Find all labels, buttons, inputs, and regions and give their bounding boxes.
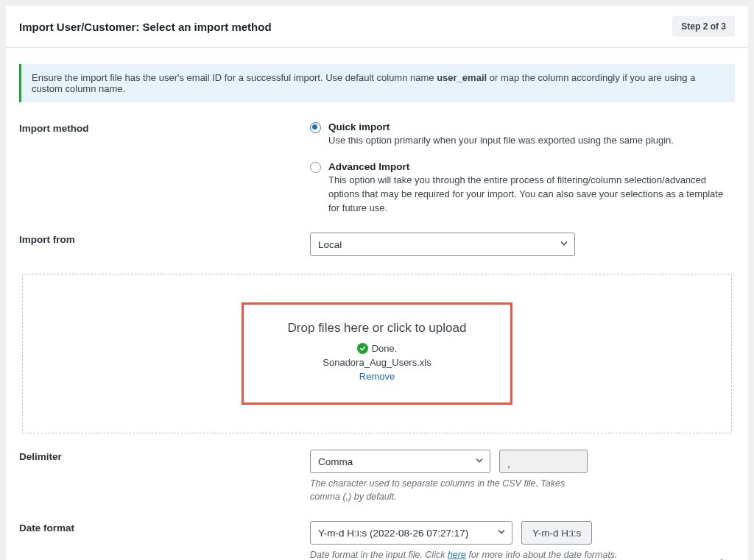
dropzone-area[interactable]: Drop files here or click to upload Done.… [22,274,732,433]
import-from-row: Import from Local [19,233,735,256]
dropzone-done-row: Done. [288,343,467,354]
import-from-select[interactable]: Local [310,233,575,256]
date-help-link[interactable]: here [448,550,466,560]
chevron-down-icon [560,239,568,250]
step-badge: Step 2 of 3 [672,16,735,37]
quick-title: Quick import [328,121,674,132]
advanced-import-option[interactable]: Advanced Import This option will take yo… [310,161,735,216]
date-format-code: Y-m-d H:i:s [532,528,581,539]
import-from-value: Local [318,239,342,250]
date-format-select[interactable]: Y-m-d H:i:s (2022-08-26 07:27:17) [310,521,512,545]
date-format-code-button[interactable]: Y-m-d H:i:s [521,521,592,545]
date-format-value: Y-m-d H:i:s (2022-08-26 07:27:17) [318,528,468,539]
radio-advanced[interactable] [310,162,321,173]
notice-text-before: Ensure the import file has the user's em… [32,72,437,83]
delimiter-row: Delimiter Comma , The character used to … [19,450,735,503]
date-help-before: Date format in the input file. Click [310,550,448,560]
dropzone-filename: Sonadora_Aug_Users.xls [288,357,467,368]
chevron-down-icon [475,456,484,467]
quick-text: Quick import Use this option primarily w… [328,121,674,148]
date-format-label: Date format [19,521,310,534]
import-page: Import User/Customer: Select an import m… [6,6,748,560]
radio-wrap [310,121,321,135]
import-method-label: Import method [19,121,310,134]
import-from-label: Import from [19,233,310,245]
import-method-options: Quick import Use this option primarily w… [310,121,735,215]
delimiter-help: The character used to separate columns i… [310,478,590,503]
info-notice: Ensure the import file has the user's em… [19,64,735,102]
delimiter-label: Delimiter [19,450,310,462]
radio-wrap [310,161,321,175]
delimiter-input[interactable]: , [499,450,588,473]
advanced-title: Advanced Import [328,161,735,172]
date-help-after: for more info about the date formats. [468,550,617,560]
dropzone-highlight: Drop files here or click to upload Done.… [242,302,513,405]
dropzone-remove-link[interactable]: Remove [288,371,467,382]
check-icon [357,343,368,354]
notice-bold: user_email [437,72,487,83]
chevron-down-icon [497,528,506,539]
date-format-row: Date format Y-m-d H:i:s (2022-08-26 07:2… [19,521,735,560]
dropzone-heading: Drop files here or click to upload [288,321,467,336]
dropzone-done-text: Done. [372,343,398,354]
delimiter-value: Comma [318,456,353,467]
quick-import-option[interactable]: Quick import Use this option primarily w… [310,121,735,148]
content: Ensure the import file has the user's em… [6,48,748,560]
date-format-help: Date format in the input file. Click her… [310,549,735,560]
advanced-desc: This option will take you through the en… [328,174,735,216]
page-title: Import User/Customer: Select an import m… [19,21,272,33]
radio-quick-checked[interactable] [310,122,321,133]
delimiter-char: , [507,458,510,469]
page-header: Import User/Customer: Select an import m… [6,6,748,48]
advanced-text: Advanced Import This option will take yo… [328,161,735,216]
quick-desc: Use this option primarily when your inpu… [328,134,674,148]
import-method-row: Import method Quick import Use this opti… [19,121,735,215]
delimiter-select[interactable]: Comma [310,450,490,473]
